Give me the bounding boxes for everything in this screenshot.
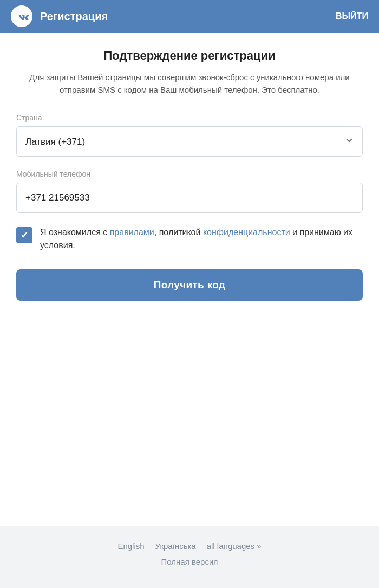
header-left: Регистрация xyxy=(11,5,108,27)
footer-language-links: English Українська all languages » xyxy=(117,541,261,551)
phone-input[interactable] xyxy=(16,183,363,213)
terms-rules-link[interactable]: правилами xyxy=(110,228,154,237)
page-title: Подтверждение регистрации xyxy=(16,49,363,63)
submit-button[interactable]: Получить код xyxy=(16,269,363,301)
terms-text-middle: , политикой xyxy=(154,228,203,237)
country-field-group: Страна Латвия (+371) xyxy=(16,113,363,157)
terms-text: Я ознакомился с правилами, политикой кон… xyxy=(40,226,363,252)
page-description: Для защиты Вашей страницы мы совершим зв… xyxy=(16,72,363,96)
terms-privacy-link[interactable]: конфиденциальности xyxy=(203,228,290,237)
terms-checkbox[interactable]: ✓ xyxy=(16,227,32,243)
language-english-link[interactable]: English xyxy=(117,541,144,551)
phone-field-group: Мобильный телефон xyxy=(16,170,363,226)
terms-row: ✓ Я ознакомился с правилами, политикой к… xyxy=(16,226,363,252)
checkmark-icon: ✓ xyxy=(21,229,29,241)
language-ukrainian-link[interactable]: Українська xyxy=(155,541,196,551)
country-select[interactable]: Латвия (+371) xyxy=(16,126,363,157)
country-label: Страна xyxy=(16,113,363,122)
phone-label: Мобильный телефон xyxy=(16,170,363,178)
vk-logo-icon xyxy=(11,5,32,27)
country-select-wrapper: Латвия (+371) xyxy=(16,126,363,157)
page-footer: English Українська all languages » Полна… xyxy=(0,526,379,588)
terms-text-before: Я ознакомился с xyxy=(40,228,110,237)
language-all-link[interactable]: all languages » xyxy=(207,541,262,551)
main-content: Подтверждение регистрации Для защиты Ваш… xyxy=(0,33,379,526)
logout-button[interactable]: ВЫЙТИ xyxy=(336,11,368,21)
full-version-link[interactable]: Полная версия xyxy=(161,557,218,566)
app-header: Регистрация ВЫЙТИ xyxy=(0,0,379,33)
header-title: Регистрация xyxy=(40,10,108,23)
